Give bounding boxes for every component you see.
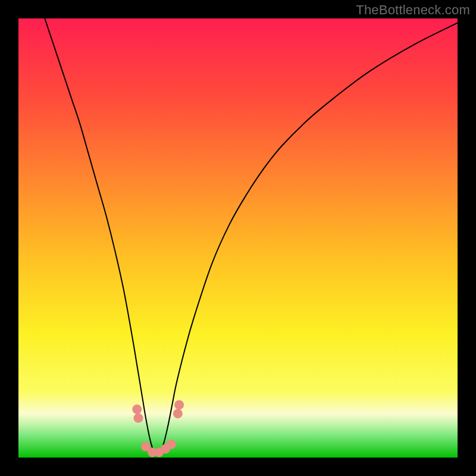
chart-frame: TheBottleneck.com xyxy=(0,0,476,476)
plot-svg xyxy=(18,18,458,458)
curve-marker xyxy=(174,400,184,409)
curve-marker xyxy=(167,440,176,449)
plot-area xyxy=(18,18,458,458)
curve-marker xyxy=(133,414,143,423)
curve-marker xyxy=(132,405,142,414)
gradient-background xyxy=(18,18,458,458)
watermark-text: TheBottleneck.com xyxy=(356,2,470,18)
curve-marker xyxy=(173,409,183,418)
